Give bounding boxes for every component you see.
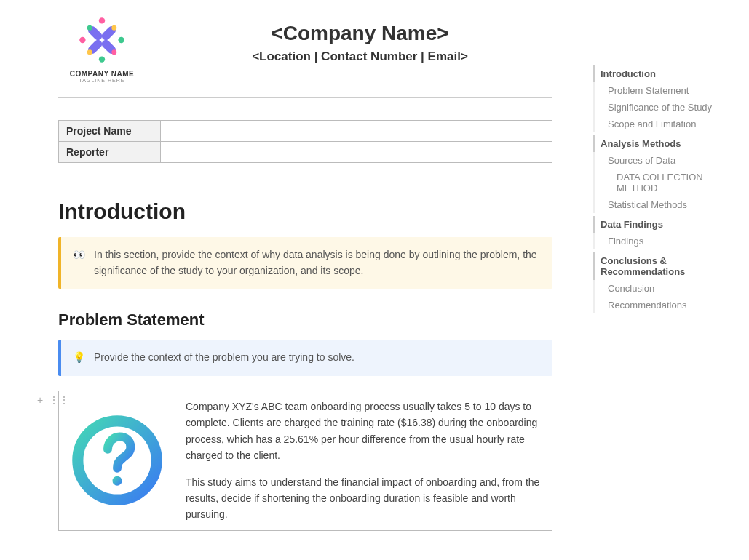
nav-item[interactable]: Recommendations xyxy=(593,297,738,313)
company-subtitle: <Location | Contact Number | Email> xyxy=(167,49,552,64)
table-row: Project Name xyxy=(59,121,552,142)
table-row: Reporter xyxy=(59,142,552,163)
svg-point-13 xyxy=(112,476,122,486)
meta-value-reporter[interactable] xyxy=(161,142,552,163)
problem-callout-text: Provide the context of the problem you a… xyxy=(94,350,354,366)
nav-item[interactable]: Conclusion xyxy=(593,280,738,297)
nav-heading[interactable]: Conclusions & Recommendations xyxy=(593,252,738,280)
intro-callout[interactable]: 👀 In this section, provide the context o… xyxy=(58,237,552,289)
meta-label-reporter: Reporter xyxy=(59,142,161,163)
document-main: COMPANY NAME TAGLINE HERE <Company Name>… xyxy=(0,0,582,560)
nav-item[interactable]: Scope and Limitation xyxy=(593,116,738,132)
logo-block: COMPANY NAME TAGLINE HERE xyxy=(58,15,146,83)
meta-label-project: Project Name xyxy=(59,121,161,142)
outline-sidebar: IntroductionProblem StatementSignificanc… xyxy=(582,0,749,560)
problem-text-cell[interactable]: Company XYZ's ABC team onboarding proces… xyxy=(175,391,552,530)
drag-handle-icon[interactable]: ⋮⋮ xyxy=(49,394,60,406)
svg-point-4 xyxy=(99,17,105,23)
nav-item[interactable]: Sources of Data xyxy=(593,152,738,169)
nav-group: IntroductionProblem StatementSignificanc… xyxy=(593,65,738,132)
section-heading-intro: Introduction xyxy=(58,199,552,224)
problem-paragraph-2: This study aims to understand the financ… xyxy=(186,474,542,523)
nav-group: Conclusions & RecommendationsConclusionR… xyxy=(593,252,738,313)
add-block-button[interactable]: + xyxy=(34,394,46,406)
svg-point-6 xyxy=(99,56,105,62)
eyes-icon: 👀 xyxy=(73,247,85,279)
nav-group: Data FindingsFindings xyxy=(593,216,738,249)
problem-paragraph-1: Company XYZ's ABC team onboarding proces… xyxy=(186,399,542,464)
company-logo-icon xyxy=(76,15,127,65)
meta-table: Project Name Reporter xyxy=(58,120,552,163)
problem-content-block[interactable]: + ⋮⋮ Company XYZ's ABC team onboarding p… xyxy=(58,391,552,531)
meta-value-project[interactable] xyxy=(161,121,552,142)
nav-item[interactable]: Findings xyxy=(593,233,738,249)
nav-item[interactable]: Statistical Methods xyxy=(593,196,738,213)
svg-point-9 xyxy=(111,49,116,55)
company-title: <Company Name> xyxy=(167,22,552,45)
nav-item[interactable]: Significance of the Study xyxy=(593,99,738,116)
block-handles: + ⋮⋮ xyxy=(34,394,60,406)
nav-item[interactable]: Problem Statement xyxy=(593,82,738,99)
nav-heading[interactable]: Data Findings xyxy=(593,216,738,233)
header-row: COMPANY NAME TAGLINE HERE <Company Name>… xyxy=(58,15,552,83)
nav-group: Analysis MethodsSources of DataDATA COLL… xyxy=(593,135,738,213)
subsection-heading-problem: Problem Statement xyxy=(58,311,552,329)
bulb-icon: 💡 xyxy=(73,350,85,366)
nav-item[interactable]: DATA COLLECTION METHOD xyxy=(593,169,738,196)
title-block: <Company Name> <Location | Contact Numbe… xyxy=(167,15,552,64)
question-mark-icon xyxy=(70,413,165,508)
header-divider xyxy=(58,97,552,98)
svg-point-5 xyxy=(118,37,124,43)
nav-heading[interactable]: Analysis Methods xyxy=(593,135,738,152)
logo-company-name: COMPANY NAME xyxy=(58,70,146,78)
problem-callout[interactable]: 💡 Provide the context of the problem you… xyxy=(58,340,552,376)
question-image-cell xyxy=(59,391,175,530)
svg-point-8 xyxy=(111,25,116,31)
svg-point-10 xyxy=(87,49,92,55)
logo-tagline: TAGLINE HERE xyxy=(58,78,146,83)
svg-point-7 xyxy=(79,37,85,43)
intro-callout-text: In this section, provide the context of … xyxy=(94,247,541,279)
svg-point-11 xyxy=(87,25,92,31)
nav-heading[interactable]: Introduction xyxy=(593,65,738,82)
